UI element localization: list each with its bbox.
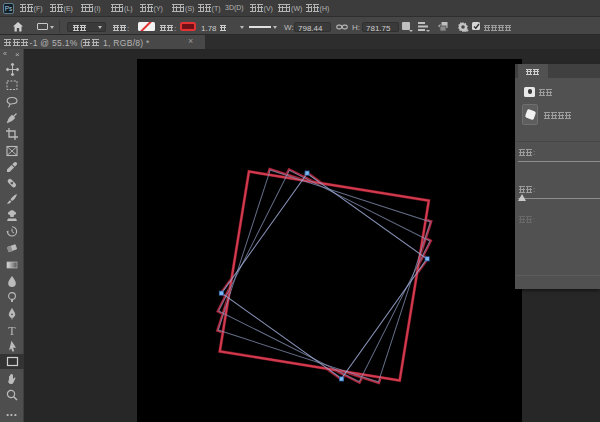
svg-text:T: T	[8, 324, 16, 336]
